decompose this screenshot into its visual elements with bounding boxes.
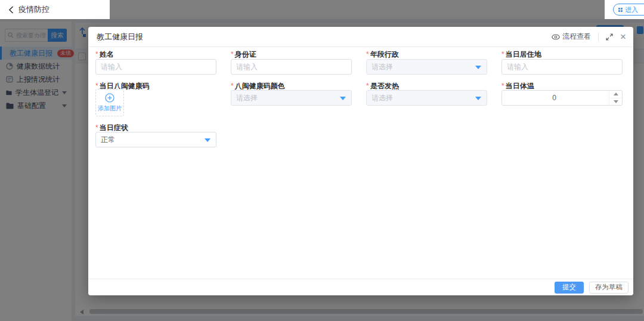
expand-icon (606, 33, 613, 41)
dialog-title: 教工健康日报 (97, 32, 143, 42)
field-label-id-card: *身份证 (231, 50, 256, 60)
dialog-header: 教工健康日报 流程查看 × (88, 27, 633, 47)
field-label-grade-admin: *年段行政 (366, 50, 399, 60)
id-card-input[interactable] (231, 59, 352, 75)
upload-label: 添加图片 (98, 104, 122, 113)
save-draft-button[interactable]: 存为草稿 (589, 282, 628, 294)
health-code-color-select[interactable]: 请选择 (231, 90, 352, 106)
staff-health-daily-dialog: 教工健康日报 流程查看 × *姓名 *身份证 *年段行政 请选择 *当日居住地 … (88, 27, 633, 295)
field-label-residence: *当日居住地 (501, 50, 541, 60)
page-title: 疫情防控 (18, 4, 49, 15)
increment-icon[interactable] (609, 91, 622, 98)
grid-icon (618, 8, 623, 12)
back-icon[interactable] (8, 6, 14, 14)
dialog-footer: 提交 存为草稿 (88, 279, 633, 295)
caret-down-icon (205, 138, 210, 142)
plus-circle-icon (105, 93, 114, 103)
close-button[interactable]: × (620, 32, 626, 42)
name-input[interactable] (95, 59, 216, 75)
breadcrumb: 疫情防控 (0, 0, 110, 19)
caret-down-icon (475, 66, 481, 69)
field-label-name: *姓名 (95, 50, 114, 60)
caret-down-icon (475, 97, 481, 100)
caret-down-icon (340, 97, 346, 100)
divider (598, 33, 599, 41)
symptoms-select[interactable]: 正常 (95, 132, 216, 147)
flow-view-label: 流程查看 (562, 32, 591, 42)
submit-button[interactable]: 提交 (555, 282, 584, 294)
expand-button[interactable] (606, 33, 613, 41)
health-code-upload[interactable]: 添加图片 (95, 89, 124, 116)
grade-admin-select[interactable]: 请选择 (366, 59, 487, 75)
temperature-stepper (501, 90, 623, 106)
eye-icon (552, 34, 560, 40)
temperature-input[interactable] (502, 91, 606, 105)
residence-input[interactable] (501, 59, 623, 75)
fever-select[interactable]: 请选择 (366, 90, 487, 106)
app-screen: 搜索 教工健康日报 未填 健康数据统计 上报情况统计 学生体温登记 (0, 0, 644, 321)
enter-button-label: 进入 (625, 5, 638, 14)
topbar-right: 进入 (605, 0, 644, 19)
flow-view-button[interactable]: 流程查看 (552, 32, 591, 42)
enter-button[interactable]: 进入 (613, 4, 644, 16)
decrement-icon[interactable] (609, 98, 622, 106)
